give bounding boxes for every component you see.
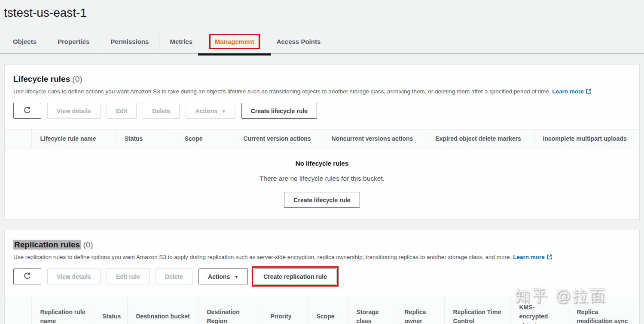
- column-header[interactable]: Destination bucket: [127, 297, 198, 324]
- chevron-down-icon: ▼: [222, 109, 226, 114]
- lifecycle-empty-title: No lifecycle rules: [5, 160, 639, 167]
- lifecycle-learn-more-link[interactable]: Learn more: [552, 88, 592, 95]
- create-lifecycle-rule-empty-button[interactable]: Create lifecycle rule: [284, 192, 360, 208]
- column-header[interactable]: Replica owner: [396, 297, 444, 324]
- annotation-box-management: Management: [209, 34, 260, 49]
- column-header[interactable]: Incomplete multipart uploads: [534, 130, 639, 148]
- lifecycle-table-header-row: Lifecycle rule name Status Scope Current…: [5, 130, 639, 148]
- replication-delete-button[interactable]: Delete: [156, 268, 192, 284]
- lifecycle-empty-message: There are no lifecycle rules for this bu…: [5, 175, 639, 182]
- lifecycle-refresh-button[interactable]: [13, 103, 41, 119]
- replication-select-column-header: [5, 297, 31, 324]
- column-header[interactable]: Replica modification sync: [568, 297, 639, 324]
- replication-count: (0): [83, 240, 93, 249]
- column-header[interactable]: Replication rule name: [31, 297, 94, 324]
- tab-properties[interactable]: Properties: [47, 33, 100, 50]
- create-lifecycle-rule-button[interactable]: Create lifecycle rule: [241, 103, 317, 119]
- external-link-icon: [586, 88, 592, 96]
- tab-management[interactable]: Management: [203, 33, 266, 50]
- column-header[interactable]: Lifecycle rule name: [31, 130, 116, 148]
- replication-title-row: Replication rules (0): [13, 240, 631, 250]
- tab-metrics[interactable]: Metrics: [159, 33, 203, 50]
- chevron-down-icon: ▼: [234, 275, 238, 279]
- tab-objects[interactable]: Objects: [3, 33, 47, 50]
- replication-learn-more-link[interactable]: Learn more: [513, 254, 552, 260]
- lifecycle-empty-state: No lifecycle rules There are no lifecycl…: [5, 148, 639, 219]
- column-header[interactable]: Destination Region: [198, 297, 262, 324]
- lifecycle-title: Lifecycle rules: [13, 74, 70, 83]
- replication-rules-table: Replication rule name Status Destination…: [5, 297, 639, 324]
- lifecycle-count: (0): [72, 74, 82, 83]
- lifecycle-view-details-button[interactable]: View details: [47, 103, 101, 119]
- lifecycle-edit-button[interactable]: Edit: [107, 103, 137, 119]
- column-header[interactable]: Scope: [308, 297, 348, 324]
- replication-table-header-row: Replication rule name Status Destination…: [5, 297, 639, 324]
- create-replication-rule-button[interactable]: Create replication rule: [254, 268, 336, 284]
- column-header[interactable]: Status: [94, 297, 127, 324]
- bucket-tabbar: Objects Properties Permissions Metrics M…: [0, 29, 644, 54]
- column-header[interactable]: Noncurrent versions actions: [323, 130, 427, 148]
- replication-toolbar: View details Edit rule Delete Actions▼ C…: [13, 268, 631, 284]
- external-link-icon: [546, 254, 552, 262]
- lifecycle-rules-card: Lifecycle rules (0) Use lifecycle rules …: [4, 64, 640, 220]
- column-header[interactable]: Scope: [176, 130, 235, 148]
- replication-actions-dropdown[interactable]: Actions▼: [198, 268, 248, 284]
- lifecycle-actions-dropdown[interactable]: Actions▼: [186, 103, 235, 119]
- replication-description: Use replication rules to define options …: [13, 253, 631, 262]
- lifecycle-title-row: Lifecycle rules (0): [13, 74, 631, 84]
- column-header[interactable]: Priority: [262, 297, 308, 324]
- tab-permissions[interactable]: Permissions: [100, 33, 159, 50]
- column-header[interactable]: Expired object delete markers: [427, 130, 534, 148]
- lifecycle-delete-button[interactable]: Delete: [143, 103, 180, 119]
- column-header[interactable]: Current version actions: [235, 130, 323, 148]
- column-header[interactable]: Status: [116, 130, 176, 148]
- replication-title: Replication rules: [13, 240, 81, 250]
- tab-access-points[interactable]: Access Points: [266, 33, 331, 50]
- annotation-box-create-replication: Create replication rule: [254, 268, 336, 284]
- replication-rules-card: Replication rules (0) Use replication ru…: [4, 230, 640, 324]
- column-header[interactable]: KMS-encrypted objects: [510, 297, 568, 324]
- bucket-title: tstest-us-east-1: [4, 6, 644, 20]
- lifecycle-rules-table: Lifecycle rule name Status Scope Current…: [5, 129, 639, 148]
- refresh-icon: [23, 272, 31, 281]
- page-header: tstest-us-east-1: [0, 0, 644, 20]
- lifecycle-select-column-header: [5, 130, 31, 148]
- column-header[interactable]: Storage class: [348, 297, 396, 324]
- replication-refresh-button[interactable]: [13, 268, 41, 284]
- lifecycle-description: Use lifecycle rules to define actions yo…: [13, 88, 631, 96]
- lifecycle-toolbar: View details Edit Delete Actions▼ Create…: [13, 103, 631, 119]
- replication-edit-rule-button[interactable]: Edit rule: [107, 268, 150, 284]
- replication-view-details-button[interactable]: View details: [47, 268, 101, 284]
- column-header[interactable]: Replication Time Control: [444, 297, 510, 324]
- refresh-icon: [23, 106, 31, 116]
